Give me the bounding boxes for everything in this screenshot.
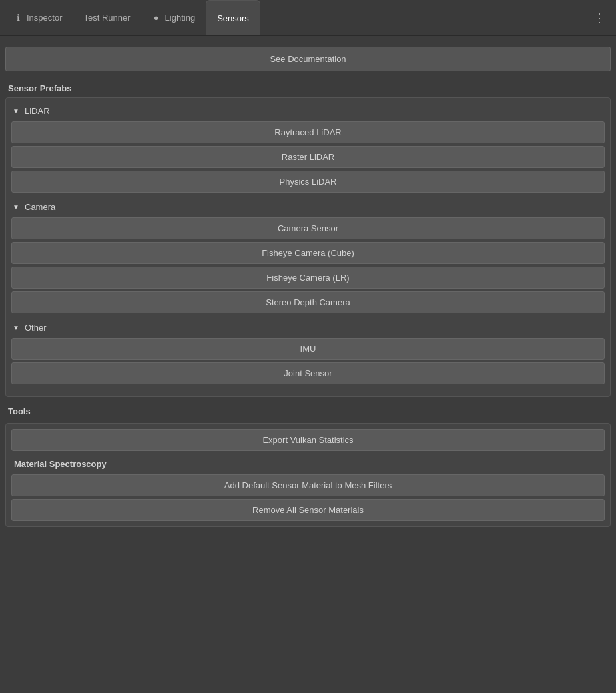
sensor-button[interactable]: IMU [11, 338, 605, 360]
sensor-prefabs-header: Sensor Prefabs [5, 74, 611, 97]
tools-panel: Export Vulkan StatisticsMaterial Spectro… [5, 423, 611, 527]
material-button[interactable]: Add Default Sensor Material to Mesh Filt… [11, 474, 605, 496]
lighting-icon: ● [152, 13, 161, 23]
group-label-camera: Camera [25, 202, 55, 212]
group-header-other[interactable]: ▼Other [11, 320, 605, 335]
tools-header: Tools [5, 397, 611, 420]
chevron-down-icon-lidar: ▼ [11, 107, 21, 116]
sensor-button[interactable]: Raytraced LiDAR [11, 121, 605, 143]
tab-label-lighting: Lighting [165, 13, 196, 23]
tab-more-button[interactable]: ⋮ [585, 11, 613, 25]
tab-label-sensors: Sensors [217, 13, 249, 23]
material-spectroscopy-header: Material Spectroscopy [11, 451, 605, 474]
sensor-button[interactable]: Raster LiDAR [11, 146, 605, 168]
prefabs-panel: ▼LiDARRaytraced LiDARRaster LiDARPhysics… [5, 97, 611, 397]
group-label-lidar: LiDAR [25, 106, 50, 116]
see-documentation-button[interactable]: See Documentation [5, 47, 611, 71]
sensor-button[interactable]: Joint Sensor [11, 362, 605, 384]
group-items-camera: Camera SensorFisheye Camera (Cube)Fishey… [11, 215, 605, 317]
chevron-down-icon-other: ▼ [11, 323, 21, 333]
sensor-button[interactable]: Fisheye Camera (Cube) [11, 242, 605, 264]
group-items-other: IMUJoint Sensor [11, 335, 605, 388]
sensor-button[interactable]: Camera Sensor [11, 217, 605, 239]
group-label-other: Other [25, 323, 47, 333]
inspector-icon: ℹ [13, 13, 23, 23]
material-button[interactable]: Remove All Sensor Materials [11, 499, 605, 521]
tab-bar: ℹInspectorTest Runner●LightingSensors⋮ [0, 0, 616, 36]
tab-test-runner[interactable]: Test Runner [73, 0, 141, 35]
material-buttons: Add Default Sensor Material to Mesh Filt… [11, 474, 605, 521]
tools-button[interactable]: Export Vulkan Statistics [11, 429, 605, 451]
sensor-button[interactable]: Physics LiDAR [11, 171, 605, 193]
sensor-button[interactable]: Fisheye Camera (LR) [11, 267, 605, 289]
sensor-button[interactable]: Stereo Depth Camera [11, 291, 605, 313]
main-content: See Documentation Sensor Prefabs ▼LiDARR… [0, 36, 616, 538]
group-items-lidar: Raytraced LiDARRaster LiDARPhysics LiDAR [11, 119, 605, 197]
group-header-camera[interactable]: ▼Camera [11, 199, 605, 215]
tab-label-test-runner: Test Runner [83, 13, 130, 23]
group-other: ▼OtherIMUJoint Sensor [11, 320, 605, 388]
tab-inspector[interactable]: ℹInspector [3, 0, 73, 35]
tab-sensors[interactable]: Sensors [206, 0, 260, 35]
doc-button-wrap: See Documentation [5, 41, 611, 74]
tab-lighting[interactable]: ●Lighting [141, 0, 206, 35]
chevron-down-icon-camera: ▼ [11, 203, 21, 212]
tab-label-inspector: Inspector [27, 13, 62, 23]
group-header-lidar[interactable]: ▼LiDAR [11, 103, 605, 119]
group-camera: ▼CameraCamera SensorFisheye Camera (Cube… [11, 199, 605, 317]
group-lidar: ▼LiDARRaytraced LiDARRaster LiDARPhysics… [11, 103, 605, 197]
